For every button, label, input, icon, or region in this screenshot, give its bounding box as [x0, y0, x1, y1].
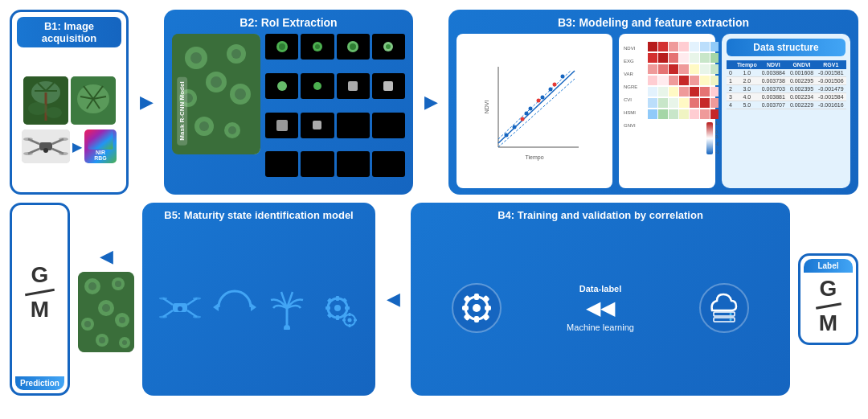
- b5-maturity: B5: Maturity state identification model: [142, 203, 375, 396]
- roi-cell: [372, 113, 405, 138]
- table-row: 34.00.0038810.002234-0.001584: [727, 93, 846, 101]
- b3-title: B3: Modeling and feature extraction: [457, 16, 850, 29]
- roi-cell: [372, 34, 405, 60]
- roi-cell: [265, 34, 298, 60]
- svg-point-70: [541, 96, 545, 100]
- b4-gear-icon: [448, 280, 505, 336]
- svg-text:-0.50: -0.50: [715, 142, 719, 146]
- svg-rect-92: [669, 53, 678, 63]
- svg-point-45: [279, 43, 285, 50]
- arrow-b1-b2: ▶: [137, 10, 156, 195]
- svg-rect-190: [485, 306, 491, 310]
- nir-label: NIR RBG: [94, 150, 107, 162]
- svg-text:NGRE: NGRE: [624, 84, 637, 89]
- svg-point-163: [178, 306, 182, 311]
- machine-learning-text: Machine learning: [567, 322, 634, 332]
- svg-point-39: [235, 88, 246, 100]
- svg-point-160: [193, 298, 201, 300]
- svg-rect-83: [648, 42, 657, 51]
- svg-rect-187: [474, 294, 479, 300]
- svg-rect-87: [690, 42, 699, 51]
- svg-point-43: [228, 126, 236, 134]
- svg-point-186: [473, 304, 481, 312]
- svg-point-35: [211, 76, 222, 88]
- svg-rect-171: [336, 315, 339, 320]
- svg-point-167: [284, 325, 290, 330]
- svg-point-7: [28, 102, 47, 115]
- row1: B1: Image acquisition: [10, 10, 858, 195]
- roi-cell: [301, 151, 334, 177]
- b4-double-arrows: ◀◀: [586, 297, 615, 319]
- arrow-b4-b5: ◀: [383, 203, 403, 396]
- svg-rect-98: [658, 64, 668, 74]
- svg-rect-125: [648, 109, 657, 119]
- b2-content: Mask R-CNN Model: [172, 34, 405, 188]
- b1-image-acquisition: B1: Image acquisition: [10, 10, 129, 195]
- pred-g: G: [31, 262, 49, 288]
- svg-point-140: [88, 282, 96, 290]
- svg-point-49: [350, 43, 356, 50]
- svg-rect-128: [679, 109, 689, 119]
- row2: G M Prediction ◀: [10, 203, 858, 396]
- svg-rect-118: [648, 98, 657, 108]
- b2-roi-grid: [265, 34, 405, 188]
- label-slash: [816, 302, 841, 309]
- svg-rect-96: [710, 53, 719, 63]
- b3-data-structure: Data structure Tiempo NDVI GNDVI RGV1: [722, 34, 850, 188]
- svg-rect-97: [648, 64, 657, 74]
- col-header-gndvi: GNDVI: [788, 60, 816, 69]
- b2-title: B2: RoI Extraction: [172, 16, 405, 29]
- b3-content: Tiempo NDVI NDVI EXG VAR NGRE CVI HSMI G…: [457, 34, 850, 188]
- svg-point-68: [529, 107, 533, 111]
- svg-point-67: [525, 112, 529, 116]
- col-header-tiempo: Tiempo: [735, 60, 760, 69]
- svg-rect-57: [313, 121, 321, 129]
- b4-training: B4: Training and validation by correlati…: [411, 203, 790, 396]
- b5-content: [150, 226, 367, 389]
- svg-rect-108: [690, 76, 699, 85]
- table-row: 01.00.0038840.001608-0.001581: [727, 69, 846, 77]
- svg-rect-188: [474, 316, 479, 322]
- svg-rect-110: [710, 76, 719, 85]
- svg-rect-189: [462, 306, 469, 310]
- svg-rect-103: [710, 64, 719, 74]
- roi-cell: [301, 73, 334, 99]
- svg-point-52: [277, 81, 287, 91]
- svg-rect-123: [700, 98, 710, 108]
- svg-text:1.00: 1.00: [715, 121, 719, 125]
- label-m: M: [819, 310, 837, 336]
- nir-box: NIR RBG: [84, 129, 117, 163]
- b4-icons-row: Data-label ◀◀ Machine learning: [424, 280, 777, 336]
- svg-rect-107: [679, 76, 689, 85]
- grass-image: [71, 76, 116, 125]
- svg-rect-115: [690, 87, 699, 97]
- svg-rect-94: [690, 53, 699, 63]
- svg-point-53: [313, 82, 321, 90]
- label-gm-content: G M: [804, 273, 853, 339]
- svg-rect-170: [336, 296, 339, 301]
- label-g: G: [820, 276, 837, 302]
- col-header-idx: [727, 60, 735, 69]
- svg-rect-172: [326, 306, 330, 310]
- svg-point-25: [23, 152, 33, 155]
- svg-rect-104: [648, 76, 657, 85]
- svg-rect-116: [700, 87, 710, 97]
- pred-slash: [25, 289, 55, 296]
- svg-rect-180: [349, 313, 351, 316]
- svg-rect-183: [354, 319, 357, 322]
- palm-image: [23, 76, 68, 125]
- left-section: ◀: [78, 203, 134, 396]
- roi-cell: [265, 73, 298, 99]
- svg-point-8: [46, 107, 62, 118]
- right-section: Label G M: [798, 203, 858, 396]
- b5-gear-icon: [315, 285, 359, 330]
- svg-point-71: [549, 88, 553, 92]
- svg-marker-164: [251, 303, 256, 311]
- svg-rect-127: [669, 109, 678, 119]
- drone-row: ▶: [22, 129, 117, 163]
- svg-rect-114: [679, 87, 689, 97]
- b1-top-images: [23, 76, 116, 125]
- svg-point-162: [193, 316, 201, 318]
- svg-rect-86: [679, 42, 689, 51]
- mask-label: Mask R-CNN Model: [177, 76, 187, 145]
